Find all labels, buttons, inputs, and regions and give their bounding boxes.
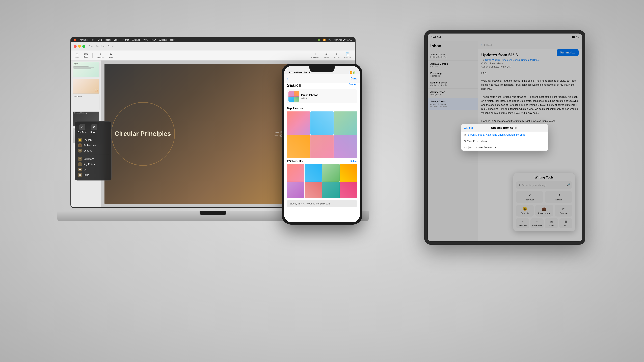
- concise-icon: ✂: [78, 149, 82, 152]
- minimize-button[interactable]: [78, 45, 81, 48]
- photo-b1[interactable]: [287, 164, 304, 182]
- slide-title[interactable]: Circular Principles: [114, 130, 171, 138]
- slide-label-1: Topics: [73, 62, 99, 65]
- format-menu[interactable]: Format: [122, 38, 129, 41]
- wt-mac-keypoints[interactable]: • Key Points: [78, 162, 109, 167]
- iphone-screen: 9:41 AM Mon Sep 9 📶🔋 ‹ Done Search See A…: [284, 66, 360, 222]
- photo-b8[interactable]: [340, 182, 358, 198]
- slide-thumb-3[interactable]: Environment: [72, 95, 100, 110]
- toolbar-document[interactable]: 📄 Animate: [343, 52, 352, 59]
- insert-menu[interactable]: Insert: [105, 38, 110, 41]
- wt-mac-table[interactable]: ⊞ Table: [78, 172, 109, 178]
- app-name-menu[interactable]: Keynote: [80, 38, 88, 41]
- results-count-text: 122 Results: [287, 160, 303, 163]
- fullscreen-button[interactable]: [82, 45, 85, 48]
- see-all-link[interactable]: See All: [349, 83, 357, 86]
- search-icon[interactable]: 🔍: [328, 38, 331, 41]
- animate-icon: ✦: [336, 52, 338, 56]
- compose-subject-value: Updates from 61° N: [474, 146, 496, 149]
- album-type: Album: [301, 97, 318, 99]
- done-button[interactable]: Done: [350, 77, 357, 80]
- photo-b2[interactable]: [304, 164, 322, 182]
- summary-label: Summary: [84, 158, 94, 160]
- compose-header: Cancel Updates from 61° N: [461, 124, 548, 132]
- slide-thumb-1[interactable]: Topics: [72, 62, 100, 77]
- photo-6[interactable]: [334, 135, 357, 158]
- toolbar-view[interactable]: ⊞ View: [74, 52, 80, 59]
- summary-icon: ≡: [78, 157, 82, 161]
- photo-1[interactable]: [287, 111, 310, 135]
- top-results-label: Top Results: [284, 105, 360, 111]
- wt-mac-rewrite-btn[interactable]: ↺ Rewrite: [90, 124, 98, 133]
- compose-cc-value: Cc/Bcc, From: Maria: [464, 140, 487, 142]
- photo-grid-bottom: [287, 164, 357, 198]
- photo-4[interactable]: [287, 135, 310, 158]
- photo-5[interactable]: [310, 135, 334, 158]
- apple-menu[interactable]: 🍎: [74, 38, 76, 41]
- top-results-text: Top Results: [287, 107, 303, 110]
- zoom-value: 41%: [84, 53, 88, 55]
- photo-b7[interactable]: [322, 182, 340, 198]
- slide-menu[interactable]: Slide: [114, 38, 119, 41]
- toolbar-play[interactable]: ▶ Play: [108, 52, 114, 59]
- photo-2[interactable]: [310, 111, 334, 135]
- album-name: Press Photos: [301, 94, 318, 97]
- mac-menu-left: 🍎 Keynote File Edit Insert Slide Format …: [74, 38, 174, 41]
- photo-grid-top: [287, 111, 357, 158]
- photo-b5[interactable]: [287, 182, 304, 198]
- toolbar-animate[interactable]: ✦ Format: [332, 52, 341, 59]
- wt-mac-professional[interactable]: 💼 Professional: [78, 143, 109, 148]
- toolbar-share[interactable]: ↑ Comment: [310, 52, 321, 59]
- keynote-toolbar: ⊞ View 41% Zoom ＋ Add Slide ▶ Play: [71, 50, 355, 60]
- back-button[interactable]: ‹: [287, 77, 288, 80]
- album-result[interactable]: Press Photos Album: [287, 89, 357, 103]
- help-menu[interactable]: Help: [170, 38, 174, 41]
- iphone-notch: [310, 66, 334, 72]
- view-menu[interactable]: View: [144, 38, 148, 41]
- animate-label: Format: [334, 56, 340, 58]
- toolbar-add-slide[interactable]: ＋ Add Slide: [95, 51, 106, 59]
- compose-to-value[interactable]: Sarah Murguia, Xiaomeng Zhong, Graham Mc…: [468, 133, 526, 136]
- share-icon: ↑: [314, 52, 316, 56]
- keynote-doc-title: Summit Overview — Edited: [89, 45, 113, 47]
- slide-thumb-2[interactable]: 02: [72, 79, 100, 94]
- iphone-device: 9:41 AM Mon Sep 9 📶🔋 ‹ Done Search See A…: [282, 64, 362, 225]
- window-menu[interactable]: Window: [159, 38, 167, 41]
- edit-menu[interactable]: Edit: [98, 38, 102, 41]
- results-count-row: 122 Results Select: [284, 158, 360, 164]
- album-grid-cell-2: [294, 91, 299, 96]
- professional-icon: 💼: [78, 143, 82, 147]
- photo-b3[interactable]: [322, 164, 340, 182]
- compose-cancel-btn[interactable]: Cancel: [464, 126, 473, 130]
- wt-mac-list[interactable]: ☰ List: [78, 167, 109, 172]
- compose-subject-field[interactable]: Subject: Updates from 61° N: [461, 144, 548, 151]
- select-btn[interactable]: Select: [350, 160, 357, 163]
- concise-label: Concise: [84, 149, 92, 152]
- search-bottom-box[interactable]: Stacey in NYC wearing her pink coat: [287, 200, 357, 207]
- wifi-icon: 📶: [323, 38, 326, 41]
- wt-divider: [78, 136, 109, 136]
- album-thumbnail: [288, 91, 299, 102]
- arrange-menu[interactable]: Arrange: [132, 38, 140, 41]
- photo-b4[interactable]: [340, 164, 358, 182]
- wt-mac-concise[interactable]: ✂ Concise: [78, 148, 109, 153]
- toolbar-format[interactable]: 🖌 Share: [323, 52, 330, 59]
- toolbar-zoom[interactable]: 41% Zoom: [82, 52, 90, 59]
- play-menu[interactable]: Play: [152, 38, 156, 41]
- wt-mac-top-row: ✓ Proofread ↺ Rewrite: [78, 124, 109, 133]
- photo-3[interactable]: [334, 111, 357, 135]
- photo-b6[interactable]: [304, 182, 322, 198]
- compose-to-field[interactable]: To: Sarah Murguia, Xiaomeng Zhong, Graha…: [461, 132, 548, 138]
- file-menu[interactable]: File: [91, 38, 94, 41]
- list-icon: ☰: [78, 168, 82, 171]
- close-button[interactable]: [74, 45, 77, 48]
- wt-mac-friendly[interactable]: 😊 Friendly: [78, 137, 109, 143]
- wt-mac-proofread-btn[interactable]: ✓ Proofread: [78, 124, 87, 133]
- ipad-device: 9:41 AM 100% Inbox Jordan Court List for…: [424, 30, 585, 245]
- iphone-icons: 📶🔋: [350, 71, 355, 74]
- subject-label: Subject:: [464, 146, 474, 149]
- iphone-time: 9:41 AM Mon Sep 9: [289, 71, 310, 74]
- compose-cc-field[interactable]: Cc/Bcc, From: Maria: [461, 138, 548, 144]
- wt-mac-summary[interactable]: ≡ Summary: [78, 156, 109, 162]
- album-grid: [288, 91, 299, 102]
